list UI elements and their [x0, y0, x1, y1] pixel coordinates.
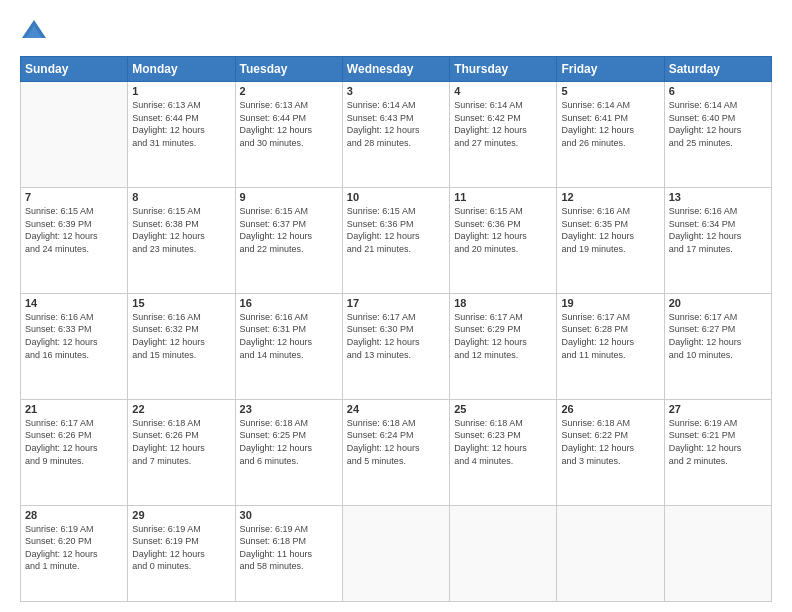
day-number: 22	[132, 403, 230, 415]
day-number: 1	[132, 85, 230, 97]
weekday-header-row: SundayMondayTuesdayWednesdayThursdayFrid…	[21, 57, 772, 82]
calendar-week-row: 28Sunrise: 6:19 AM Sunset: 6:20 PM Dayli…	[21, 505, 772, 601]
day-info: Sunrise: 6:17 AM Sunset: 6:26 PM Dayligh…	[25, 417, 123, 467]
day-info: Sunrise: 6:18 AM Sunset: 6:22 PM Dayligh…	[561, 417, 659, 467]
day-info: Sunrise: 6:16 AM Sunset: 6:31 PM Dayligh…	[240, 311, 338, 361]
day-number: 6	[669, 85, 767, 97]
weekday-header: Wednesday	[342, 57, 449, 82]
calendar-cell: 4Sunrise: 6:14 AM Sunset: 6:42 PM Daylig…	[450, 82, 557, 188]
day-number: 11	[454, 191, 552, 203]
day-info: Sunrise: 6:17 AM Sunset: 6:30 PM Dayligh…	[347, 311, 445, 361]
day-info: Sunrise: 6:15 AM Sunset: 6:39 PM Dayligh…	[25, 205, 123, 255]
day-info: Sunrise: 6:14 AM Sunset: 6:41 PM Dayligh…	[561, 99, 659, 149]
logo	[20, 18, 52, 46]
calendar-week-row: 14Sunrise: 6:16 AM Sunset: 6:33 PM Dayli…	[21, 293, 772, 399]
day-number: 2	[240, 85, 338, 97]
calendar-cell: 14Sunrise: 6:16 AM Sunset: 6:33 PM Dayli…	[21, 293, 128, 399]
calendar-cell: 17Sunrise: 6:17 AM Sunset: 6:30 PM Dayli…	[342, 293, 449, 399]
day-number: 15	[132, 297, 230, 309]
day-number: 27	[669, 403, 767, 415]
calendar-cell: 28Sunrise: 6:19 AM Sunset: 6:20 PM Dayli…	[21, 505, 128, 601]
day-number: 21	[25, 403, 123, 415]
day-number: 13	[669, 191, 767, 203]
weekday-header: Friday	[557, 57, 664, 82]
calendar-cell: 30Sunrise: 6:19 AM Sunset: 6:18 PM Dayli…	[235, 505, 342, 601]
calendar-cell: 15Sunrise: 6:16 AM Sunset: 6:32 PM Dayli…	[128, 293, 235, 399]
calendar-cell: 5Sunrise: 6:14 AM Sunset: 6:41 PM Daylig…	[557, 82, 664, 188]
day-number: 24	[347, 403, 445, 415]
day-info: Sunrise: 6:16 AM Sunset: 6:35 PM Dayligh…	[561, 205, 659, 255]
calendar-cell: 16Sunrise: 6:16 AM Sunset: 6:31 PM Dayli…	[235, 293, 342, 399]
day-info: Sunrise: 6:16 AM Sunset: 6:33 PM Dayligh…	[25, 311, 123, 361]
day-info: Sunrise: 6:19 AM Sunset: 6:21 PM Dayligh…	[669, 417, 767, 467]
weekday-header: Sunday	[21, 57, 128, 82]
calendar-cell: 9Sunrise: 6:15 AM Sunset: 6:37 PM Daylig…	[235, 187, 342, 293]
day-number: 5	[561, 85, 659, 97]
day-info: Sunrise: 6:15 AM Sunset: 6:36 PM Dayligh…	[454, 205, 552, 255]
calendar: SundayMondayTuesdayWednesdayThursdayFrid…	[20, 56, 772, 602]
day-number: 18	[454, 297, 552, 309]
calendar-week-row: 1Sunrise: 6:13 AM Sunset: 6:44 PM Daylig…	[21, 82, 772, 188]
day-number: 29	[132, 509, 230, 521]
calendar-cell	[557, 505, 664, 601]
weekday-header: Tuesday	[235, 57, 342, 82]
day-info: Sunrise: 6:18 AM Sunset: 6:25 PM Dayligh…	[240, 417, 338, 467]
day-info: Sunrise: 6:15 AM Sunset: 6:37 PM Dayligh…	[240, 205, 338, 255]
day-info: Sunrise: 6:18 AM Sunset: 6:23 PM Dayligh…	[454, 417, 552, 467]
day-number: 28	[25, 509, 123, 521]
day-number: 17	[347, 297, 445, 309]
calendar-cell: 22Sunrise: 6:18 AM Sunset: 6:26 PM Dayli…	[128, 399, 235, 505]
calendar-cell: 12Sunrise: 6:16 AM Sunset: 6:35 PM Dayli…	[557, 187, 664, 293]
day-number: 7	[25, 191, 123, 203]
day-info: Sunrise: 6:13 AM Sunset: 6:44 PM Dayligh…	[132, 99, 230, 149]
day-info: Sunrise: 6:17 AM Sunset: 6:27 PM Dayligh…	[669, 311, 767, 361]
calendar-cell: 10Sunrise: 6:15 AM Sunset: 6:36 PM Dayli…	[342, 187, 449, 293]
calendar-cell: 23Sunrise: 6:18 AM Sunset: 6:25 PM Dayli…	[235, 399, 342, 505]
day-info: Sunrise: 6:13 AM Sunset: 6:44 PM Dayligh…	[240, 99, 338, 149]
day-number: 3	[347, 85, 445, 97]
calendar-cell: 2Sunrise: 6:13 AM Sunset: 6:44 PM Daylig…	[235, 82, 342, 188]
day-number: 23	[240, 403, 338, 415]
calendar-cell: 8Sunrise: 6:15 AM Sunset: 6:38 PM Daylig…	[128, 187, 235, 293]
day-info: Sunrise: 6:18 AM Sunset: 6:26 PM Dayligh…	[132, 417, 230, 467]
day-info: Sunrise: 6:16 AM Sunset: 6:34 PM Dayligh…	[669, 205, 767, 255]
calendar-cell: 20Sunrise: 6:17 AM Sunset: 6:27 PM Dayli…	[664, 293, 771, 399]
calendar-cell: 6Sunrise: 6:14 AM Sunset: 6:40 PM Daylig…	[664, 82, 771, 188]
day-info: Sunrise: 6:17 AM Sunset: 6:29 PM Dayligh…	[454, 311, 552, 361]
calendar-cell: 11Sunrise: 6:15 AM Sunset: 6:36 PM Dayli…	[450, 187, 557, 293]
calendar-cell: 1Sunrise: 6:13 AM Sunset: 6:44 PM Daylig…	[128, 82, 235, 188]
weekday-header: Thursday	[450, 57, 557, 82]
calendar-week-row: 7Sunrise: 6:15 AM Sunset: 6:39 PM Daylig…	[21, 187, 772, 293]
calendar-cell: 26Sunrise: 6:18 AM Sunset: 6:22 PM Dayli…	[557, 399, 664, 505]
calendar-cell: 24Sunrise: 6:18 AM Sunset: 6:24 PM Dayli…	[342, 399, 449, 505]
day-info: Sunrise: 6:19 AM Sunset: 6:18 PM Dayligh…	[240, 523, 338, 573]
calendar-cell: 7Sunrise: 6:15 AM Sunset: 6:39 PM Daylig…	[21, 187, 128, 293]
day-number: 20	[669, 297, 767, 309]
day-number: 14	[25, 297, 123, 309]
day-number: 12	[561, 191, 659, 203]
day-info: Sunrise: 6:15 AM Sunset: 6:36 PM Dayligh…	[347, 205, 445, 255]
calendar-cell	[664, 505, 771, 601]
page: SundayMondayTuesdayWednesdayThursdayFrid…	[0, 0, 792, 612]
weekday-header: Monday	[128, 57, 235, 82]
calendar-cell	[342, 505, 449, 601]
day-info: Sunrise: 6:19 AM Sunset: 6:19 PM Dayligh…	[132, 523, 230, 573]
calendar-cell: 3Sunrise: 6:14 AM Sunset: 6:43 PM Daylig…	[342, 82, 449, 188]
day-number: 30	[240, 509, 338, 521]
calendar-cell	[450, 505, 557, 601]
day-info: Sunrise: 6:19 AM Sunset: 6:20 PM Dayligh…	[25, 523, 123, 573]
calendar-cell: 13Sunrise: 6:16 AM Sunset: 6:34 PM Dayli…	[664, 187, 771, 293]
calendar-cell	[21, 82, 128, 188]
day-info: Sunrise: 6:14 AM Sunset: 6:40 PM Dayligh…	[669, 99, 767, 149]
weekday-header: Saturday	[664, 57, 771, 82]
calendar-week-row: 21Sunrise: 6:17 AM Sunset: 6:26 PM Dayli…	[21, 399, 772, 505]
day-number: 10	[347, 191, 445, 203]
day-number: 8	[132, 191, 230, 203]
day-info: Sunrise: 6:14 AM Sunset: 6:42 PM Dayligh…	[454, 99, 552, 149]
day-info: Sunrise: 6:18 AM Sunset: 6:24 PM Dayligh…	[347, 417, 445, 467]
calendar-cell: 19Sunrise: 6:17 AM Sunset: 6:28 PM Dayli…	[557, 293, 664, 399]
day-number: 25	[454, 403, 552, 415]
calendar-cell: 25Sunrise: 6:18 AM Sunset: 6:23 PM Dayli…	[450, 399, 557, 505]
day-info: Sunrise: 6:16 AM Sunset: 6:32 PM Dayligh…	[132, 311, 230, 361]
day-number: 9	[240, 191, 338, 203]
